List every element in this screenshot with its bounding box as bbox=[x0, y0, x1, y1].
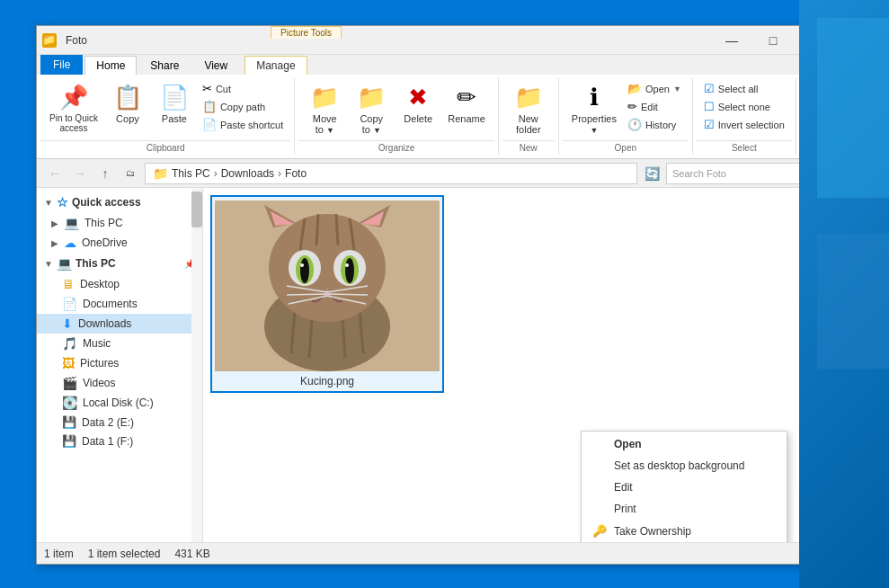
copy-button-large[interactable]: 📋 Copy bbox=[105, 80, 150, 128]
cut-icon: ✂ bbox=[202, 82, 212, 95]
sidebar-item-onedrive[interactable]: ▶ ☁ OneDrive bbox=[37, 233, 202, 253]
ribbon-group-organize: 📁 Moveto ▼ 📁 Copyto ▼ ✖ Delete ✏ Rename … bbox=[295, 78, 499, 155]
sidebar-item-pictures[interactable]: 🖼 Pictures bbox=[37, 353, 202, 373]
maximize-button[interactable]: □ bbox=[752, 26, 794, 55]
picture-tools-container: Picture Tools bbox=[271, 26, 342, 39]
this-pc-icon2: 💻 bbox=[57, 256, 72, 271]
tab-manage[interactable]: Manage bbox=[244, 56, 307, 76]
tab-view[interactable]: View bbox=[192, 55, 239, 75]
address-box[interactable]: 📁 This PC › Downloads › Foto bbox=[145, 163, 637, 184]
sidebar-item-music[interactable]: 🎵 Music bbox=[37, 334, 202, 353]
this-pc-label2: This PC bbox=[76, 257, 116, 270]
onedrive-label: OneDrive bbox=[82, 236, 128, 249]
select-all-button[interactable]: ☑ Select all bbox=[700, 80, 788, 97]
move-to-button[interactable]: 📁 Moveto ▼ bbox=[302, 80, 347, 138]
cut-button[interactable]: ✂ Cut bbox=[199, 80, 287, 97]
ctx-set-desktop[interactable]: Set as desktop background bbox=[582, 455, 787, 477]
onedrive-icon: ☁ bbox=[64, 236, 76, 250]
properties-icon: ℹ bbox=[590, 84, 599, 111]
ribbon-tabs-row: File Home Share View Manage bbox=[37, 55, 835, 75]
invert-selection-button[interactable]: ☑ Invert selection bbox=[700, 116, 788, 133]
invert-label: Invert selection bbox=[718, 120, 785, 130]
sidebar-item-downloads[interactable]: ⬇ Downloads bbox=[37, 314, 202, 334]
sidebar-item-data2[interactable]: 💾 Data 2 (E:) bbox=[37, 413, 202, 432]
cat-image bbox=[215, 200, 440, 371]
breadcrumb-this-pc: This PC bbox=[172, 167, 210, 180]
file-item[interactable]: Kucing.png bbox=[210, 195, 444, 393]
delete-button[interactable]: ✖ Delete bbox=[396, 80, 440, 128]
pictures-label: Pictures bbox=[80, 357, 119, 370]
tab-share[interactable]: Share bbox=[138, 55, 191, 75]
sidebar-item-videos[interactable]: 🎬 Videos bbox=[37, 373, 202, 393]
onedrive-expand: ▶ bbox=[51, 238, 58, 248]
minimize-button[interactable]: — bbox=[711, 26, 752, 55]
ctx-open-label: Open bbox=[614, 438, 642, 450]
sidebar-item-desktop[interactable]: 🖥 Desktop bbox=[37, 274, 202, 294]
select-small-btns: ☑ Select all ☐ Select none ☑ Invert sele… bbox=[700, 80, 788, 133]
copy-path-button[interactable]: 📋 Copy path bbox=[199, 98, 287, 115]
pin-to-quick-access-button[interactable]: 📌 Pin to Quickaccess bbox=[44, 80, 103, 137]
sidebar-scrollbar[interactable] bbox=[191, 188, 202, 542]
history-button[interactable]: 🕐 History bbox=[624, 116, 685, 133]
titlebar: 📁 Picture Tools Foto — □ ✕ bbox=[37, 26, 835, 55]
sidebar-this-pc[interactable]: ▼ 💻 This PC 📌 bbox=[37, 253, 202, 274]
paste-shortcut-button[interactable]: 📄 Paste shortcut bbox=[199, 116, 287, 133]
music-icon: 🎵 bbox=[62, 336, 77, 351]
open-button[interactable]: 📂 Open ▼ bbox=[624, 80, 685, 97]
recent-locations-button[interactable]: 🗂 bbox=[120, 163, 141, 184]
ctx-edit-label: Edit bbox=[614, 481, 633, 494]
addressbar: ← → ↑ 🗂 📁 This PC › Downloads › Foto 🔄 S… bbox=[37, 159, 835, 188]
forward-button[interactable]: → bbox=[69, 163, 91, 184]
pin-icon: 📌 bbox=[59, 84, 88, 111]
sidebar-scrollbar-thumb bbox=[191, 192, 202, 227]
tab-file[interactable]: File bbox=[40, 55, 83, 75]
context-menu: Open Set as desktop background Edit Prin… bbox=[581, 431, 787, 542]
breadcrumb-sep2: › bbox=[278, 167, 281, 180]
new-items: 📁 Newfolder bbox=[502, 78, 555, 140]
new-folder-button[interactable]: 📁 Newfolder bbox=[506, 80, 551, 138]
data2-label: Data 2 (E:) bbox=[82, 416, 134, 429]
sidebar-item-data1[interactable]: 💾 Data 1 (F:) bbox=[37, 432, 202, 450]
breadcrumb: 📁 This PC › Downloads › Foto bbox=[153, 166, 307, 181]
videos-icon: 🎬 bbox=[62, 376, 77, 390]
statusbar: 1 item 1 item selected 431 KB ☰ ⊞ bbox=[37, 542, 835, 564]
ctx-set-desktop-label: Set as desktop background bbox=[614, 459, 744, 472]
file-name: Kucing.png bbox=[300, 375, 354, 388]
sidebar-item-local-disk[interactable]: 💽 Local Disk (C:) bbox=[37, 393, 202, 413]
ctx-print-label: Print bbox=[614, 503, 636, 515]
properties-button[interactable]: ℹ Properties▼ bbox=[566, 80, 622, 138]
main-content: Kucing.png Open Set as desktop backgroun… bbox=[203, 188, 835, 542]
clipboard-small-btns: ✂ Cut 📋 Copy path 📄 Paste shortcut bbox=[199, 80, 287, 133]
rename-button[interactable]: ✏ Rename bbox=[442, 80, 491, 128]
expand-icon: ▼ bbox=[44, 198, 53, 208]
downloads-label: Downloads bbox=[78, 317, 131, 330]
new-label: New bbox=[502, 140, 555, 155]
paste-icon: 📄 bbox=[160, 84, 189, 111]
paste-button-large[interactable]: 📄 Paste bbox=[152, 80, 197, 128]
back-button[interactable]: ← bbox=[44, 163, 66, 184]
ctx-open[interactable]: Open bbox=[582, 433, 787, 455]
history-label: History bbox=[645, 120, 676, 130]
sidebar-quick-access[interactable]: ▼ ☆ Quick access bbox=[37, 192, 202, 213]
videos-label: Videos bbox=[83, 377, 115, 389]
select-none-button[interactable]: ☐ Select none bbox=[700, 98, 788, 115]
edit-button[interactable]: ✏ Edit bbox=[624, 98, 685, 115]
this-pc-nav-label: This PC bbox=[84, 217, 123, 229]
rename-icon: ✏ bbox=[457, 84, 476, 111]
sidebar-item-this-pc-nav[interactable]: ▶ 💻 This PC bbox=[37, 213, 202, 233]
refresh-button[interactable]: 🔄 bbox=[641, 163, 662, 184]
tab-home[interactable]: Home bbox=[84, 56, 137, 76]
copy-to-button[interactable]: 📁 Copyto ▼ bbox=[349, 80, 394, 138]
paste-shortcut-label: Paste shortcut bbox=[220, 120, 283, 130]
svg-point-22 bbox=[345, 263, 349, 267]
edit-icon: ✏ bbox=[627, 100, 637, 113]
ribbon-group-select: ☑ Select all ☐ Select none ☑ Invert sele… bbox=[693, 78, 796, 155]
sidebar-item-documents[interactable]: 📄 Documents bbox=[37, 294, 202, 314]
ctx-take-ownership[interactable]: 🔑 Take Ownership bbox=[582, 520, 787, 542]
file-explorer-window: 📁 Picture Tools Foto — □ ✕ File Home Sha… bbox=[36, 25, 836, 565]
ctx-print[interactable]: Print bbox=[582, 498, 787, 520]
svg-line-13 bbox=[336, 214, 338, 245]
up-button[interactable]: ↑ bbox=[94, 163, 116, 184]
ctx-edit[interactable]: Edit bbox=[582, 477, 787, 498]
open-small-btns: 📂 Open ▼ ✏ Edit 🕐 History bbox=[624, 80, 685, 133]
